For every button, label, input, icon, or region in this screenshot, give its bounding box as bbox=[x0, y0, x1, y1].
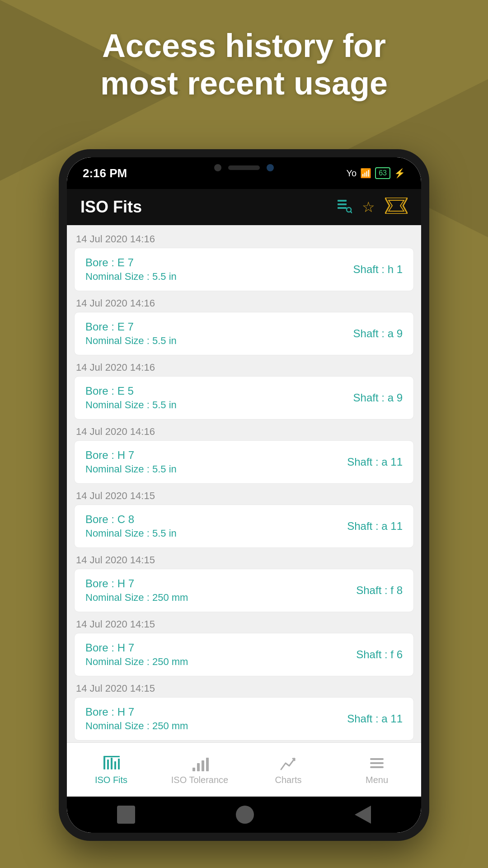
nav-iso-tolerance[interactable]: ISO Tolerance bbox=[155, 754, 244, 785]
history-group-5: 14 Jul 2020 14:15Bore : H 7Nominal Size … bbox=[74, 550, 414, 612]
history-card-5[interactable]: Bore : H 7Nominal Size : 250 mmShaft : f… bbox=[74, 569, 414, 612]
notch-camera-left bbox=[214, 164, 221, 171]
history-group-2: 14 Jul 2020 14:16Bore : E 5Nominal Size … bbox=[74, 357, 414, 420]
card-left-2: Bore : E 5Nominal Size : 5.5 in bbox=[85, 385, 177, 411]
status-time: 2:16 PM bbox=[83, 166, 127, 180]
charge-icon: ⚡ bbox=[394, 168, 405, 179]
card-shaft-1: Shaft : a 9 bbox=[353, 327, 403, 340]
nav-menu-label: Menu bbox=[366, 775, 388, 785]
card-size-2: Nominal Size : 5.5 in bbox=[85, 399, 177, 411]
history-card-6[interactable]: Bore : H 7Nominal Size : 250 mmShaft : f… bbox=[74, 633, 414, 676]
card-bore-3: Bore : H 7 bbox=[85, 449, 177, 462]
history-card-7[interactable]: Bore : H 7Nominal Size : 250 mmShaft : a… bbox=[74, 697, 414, 741]
history-group-4: 14 Jul 2020 14:15Bore : C 8Nominal Size … bbox=[74, 486, 414, 548]
headline-text: Access history for most recent usage bbox=[36, 27, 452, 102]
card-bore-6: Bore : H 7 bbox=[85, 642, 188, 654]
back-square-btn[interactable] bbox=[117, 806, 135, 824]
nav-iso-fits-label: ISO Fits bbox=[95, 775, 127, 785]
bottom-nav: ISO Fits ISO Tolerance Charts bbox=[67, 742, 421, 797]
card-left-5: Bore : H 7Nominal Size : 250 mm bbox=[85, 577, 188, 604]
history-list[interactable]: 14 Jul 2020 14:16Bore : E 7Nominal Size … bbox=[67, 225, 421, 742]
svg-rect-12 bbox=[103, 756, 120, 757]
history-card-2[interactable]: Bore : E 5Nominal Size : 5.5 inShaft : a… bbox=[74, 376, 414, 420]
card-left-0: Bore : E 7Nominal Size : 5.5 in bbox=[85, 256, 177, 283]
date-label-6: 14 Jul 2020 14:15 bbox=[74, 614, 414, 633]
date-label-3: 14 Jul 2020 14:16 bbox=[74, 421, 414, 440]
list-icon[interactable] bbox=[336, 197, 352, 217]
app-title: ISO Fits bbox=[80, 198, 142, 217]
nav-charts[interactable]: Charts bbox=[244, 754, 333, 785]
svg-rect-8 bbox=[107, 760, 109, 769]
card-size-1: Nominal Size : 5.5 in bbox=[85, 335, 177, 347]
card-size-0: Nominal Size : 5.5 in bbox=[85, 271, 177, 283]
card-left-3: Bore : H 7Nominal Size : 5.5 in bbox=[85, 449, 177, 475]
svg-rect-1 bbox=[338, 203, 347, 205]
card-size-6: Nominal Size : 250 mm bbox=[85, 656, 188, 668]
svg-marker-6 bbox=[389, 200, 404, 211]
nav-menu[interactable]: Menu bbox=[333, 754, 421, 785]
svg-rect-13 bbox=[192, 768, 195, 771]
card-size-7: Nominal Size : 250 mm bbox=[85, 720, 188, 732]
history-card-0[interactable]: Bore : E 7Nominal Size : 5.5 inShaft : h… bbox=[74, 248, 414, 291]
history-group-0: 14 Jul 2020 14:16Bore : E 7Nominal Size … bbox=[74, 229, 414, 291]
card-left-7: Bore : H 7Nominal Size : 250 mm bbox=[85, 706, 188, 732]
history-card-3[interactable]: Bore : H 7Nominal Size : 5.5 inShaft : a… bbox=[74, 440, 414, 484]
svg-rect-19 bbox=[370, 766, 384, 768]
notch-speaker bbox=[228, 165, 260, 170]
header-icons: ☆ bbox=[336, 197, 408, 217]
card-shaft-4: Shaft : a 11 bbox=[347, 520, 403, 533]
date-label-1: 14 Jul 2020 14:16 bbox=[74, 293, 414, 312]
history-card-4[interactable]: Bore : C 8Nominal Size : 5.5 inShaft : a… bbox=[74, 505, 414, 548]
card-shaft-2: Shaft : a 9 bbox=[353, 392, 403, 404]
signal-icon: 📶 bbox=[360, 168, 371, 179]
card-size-3: Nominal Size : 5.5 in bbox=[85, 463, 177, 475]
svg-rect-10 bbox=[114, 761, 116, 769]
content-area: 14 Jul 2020 14:16Bore : E 7Nominal Size … bbox=[67, 225, 421, 742]
svg-rect-18 bbox=[370, 762, 384, 764]
history-group-3: 14 Jul 2020 14:16Bore : H 7Nominal Size … bbox=[74, 421, 414, 484]
headline-section: Access history for most recent usage bbox=[0, 27, 488, 102]
card-bore-4: Bore : C 8 bbox=[85, 513, 177, 526]
card-shaft-7: Shaft : a 11 bbox=[347, 712, 403, 725]
system-bar bbox=[67, 797, 421, 833]
card-left-6: Bore : H 7Nominal Size : 250 mm bbox=[85, 642, 188, 668]
svg-rect-14 bbox=[197, 763, 200, 771]
card-size-4: Nominal Size : 5.5 in bbox=[85, 528, 177, 539]
nav-charts-label: Charts bbox=[275, 775, 302, 785]
svg-rect-15 bbox=[202, 760, 204, 771]
card-size-5: Nominal Size : 250 mm bbox=[85, 592, 188, 604]
date-label-2: 14 Jul 2020 14:16 bbox=[74, 357, 414, 376]
svg-line-4 bbox=[351, 212, 352, 213]
logo-icon[interactable] bbox=[385, 198, 408, 217]
status-bar: 2:16 PM Yo 📶 63 ⚡ bbox=[67, 157, 421, 189]
card-shaft-6: Shaft : f 6 bbox=[356, 648, 403, 661]
history-card-1[interactable]: Bore : E 7Nominal Size : 5.5 inShaft : a… bbox=[74, 312, 414, 355]
history-group-7: 14 Jul 2020 14:15Bore : H 7Nominal Size … bbox=[74, 678, 414, 741]
phone-frame: 2:16 PM Yo 📶 63 ⚡ ISO Fits bbox=[59, 149, 429, 841]
svg-rect-0 bbox=[338, 200, 347, 202]
nav-iso-fits[interactable]: ISO Fits bbox=[67, 754, 155, 785]
card-shaft-0: Shaft : h 1 bbox=[353, 263, 403, 276]
recent-btn[interactable] bbox=[355, 806, 371, 824]
card-bore-2: Bore : E 5 bbox=[85, 385, 177, 397]
home-btn[interactable] bbox=[236, 806, 254, 824]
network-icon: Yo bbox=[347, 168, 357, 179]
card-left-1: Bore : E 7Nominal Size : 5.5 in bbox=[85, 321, 177, 347]
card-shaft-3: Shaft : a 11 bbox=[347, 456, 403, 468]
status-icons: Yo 📶 63 ⚡ bbox=[347, 167, 405, 179]
date-label-7: 14 Jul 2020 14:15 bbox=[74, 678, 414, 697]
notch-camera-right bbox=[267, 164, 274, 171]
svg-rect-9 bbox=[111, 758, 113, 769]
favorites-icon[interactable]: ☆ bbox=[362, 198, 375, 216]
svg-rect-11 bbox=[118, 759, 120, 769]
notch bbox=[194, 157, 294, 178]
card-bore-7: Bore : H 7 bbox=[85, 706, 188, 718]
date-label-5: 14 Jul 2020 14:15 bbox=[74, 550, 414, 569]
card-bore-5: Bore : H 7 bbox=[85, 577, 188, 590]
card-shaft-5: Shaft : f 8 bbox=[356, 584, 403, 597]
date-label-4: 14 Jul 2020 14:15 bbox=[74, 486, 414, 505]
svg-rect-2 bbox=[338, 207, 347, 209]
svg-rect-17 bbox=[370, 758, 384, 760]
nav-iso-tolerance-label: ISO Tolerance bbox=[171, 775, 228, 785]
phone-screen: 2:16 PM Yo 📶 63 ⚡ ISO Fits bbox=[67, 157, 421, 833]
